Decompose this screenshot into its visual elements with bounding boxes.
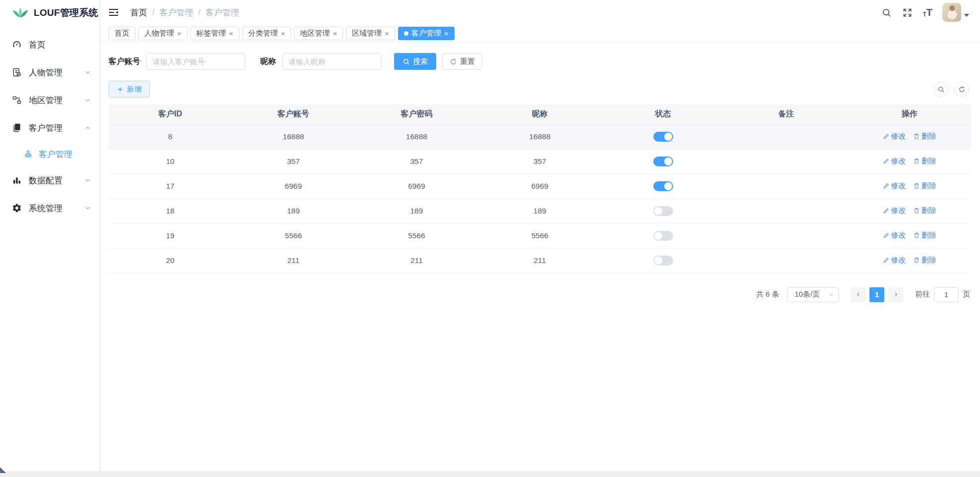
pencil-icon [883, 158, 890, 164]
nickname-input[interactable] [282, 53, 381, 70]
add-button-label: 新增 [127, 85, 142, 94]
sidebar-item-region-mgmt[interactable]: 地区管理 [0, 86, 99, 114]
chevron-down-icon [84, 177, 91, 184]
table-header-row: 客户ID 客户账号 客户密码 昵称 状态 备注 操作 [109, 105, 971, 124]
tab-region-mgmt[interactable]: 地区管理 × [294, 27, 343, 40]
tab-customer-mgmt[interactable]: 客户管理 × [398, 27, 455, 40]
breadcrumb-item: 客户管理 [160, 7, 193, 18]
col-password: 客户密码 [355, 105, 478, 124]
horizontal-scrollbar[interactable] [0, 471, 980, 477]
status-toggle[interactable] [653, 132, 673, 142]
edit-link[interactable]: 修改 [883, 231, 906, 240]
reset-button[interactable]: 重置 [442, 53, 482, 70]
status-toggle[interactable] [653, 206, 673, 216]
filter-form: 客户账号 昵称 搜索 重置 [109, 53, 971, 70]
edit-link[interactable]: 修改 [883, 256, 906, 265]
search-icon[interactable] [881, 7, 892, 18]
close-icon[interactable]: × [385, 30, 389, 37]
tab-label: 首页 [115, 29, 129, 38]
table-row[interactable]: 8 16888 16888 16888 修改 删除 [109, 124, 971, 149]
tab-category-mgmt[interactable]: 分类管理 × [242, 27, 291, 40]
delete-link[interactable]: 删除 [913, 181, 936, 191]
person-doc-icon [12, 67, 22, 77]
sidebar-collapse-icon[interactable] [108, 6, 120, 19]
cell-nickname: 16888 [478, 124, 602, 149]
tab-home[interactable]: 首页 [109, 27, 135, 40]
cell-password: 5566 [355, 223, 478, 248]
avatar[interactable] [942, 3, 961, 22]
edit-link[interactable]: 修改 [883, 206, 906, 215]
close-icon[interactable]: × [333, 30, 337, 37]
trash-icon [913, 257, 920, 264]
pagination-total: 共 6 条 [756, 290, 779, 299]
delete-link[interactable]: 删除 [913, 132, 936, 141]
breadcrumb: 首页 / 客户管理 / 客户管理 [130, 7, 239, 18]
tab-label: 人物管理 [144, 29, 174, 38]
refresh-table-button[interactable] [954, 82, 969, 97]
page-size-select[interactable]: 10条/页 [787, 287, 839, 302]
col-account: 客户账号 [232, 105, 355, 124]
fullscreen-icon[interactable] [902, 7, 913, 18]
sidebar-item-customer-mgmt[interactable]: 客户管理 [0, 114, 99, 142]
prev-page-button[interactable] [851, 287, 865, 302]
region-nodes-icon [12, 95, 22, 105]
font-size-icon[interactable]: TT [922, 7, 932, 17]
font-size-small-glyph: T [922, 11, 926, 17]
close-icon[interactable]: × [229, 30, 233, 37]
sidebar-item-home[interactable]: 首页 [0, 31, 99, 58]
user-menu[interactable] [942, 3, 969, 22]
cell-account: 357 [232, 149, 355, 174]
cell-nickname: 5566 [478, 223, 602, 248]
sidebar-item-data-config[interactable]: 数据配置 [0, 166, 99, 194]
table-row[interactable]: 18 189 189 189 修改 删除 [109, 199, 971, 223]
page-size-value: 10条/页 [795, 290, 820, 299]
account-input[interactable] [146, 53, 245, 70]
delete-link[interactable]: 删除 [913, 157, 936, 166]
table-row[interactable]: 10 357 357 357 修改 删除 [109, 149, 971, 174]
breadcrumb-home[interactable]: 首页 [130, 7, 147, 18]
tab-label: 地区管理 [300, 29, 330, 38]
close-icon[interactable]: × [281, 30, 286, 37]
close-icon[interactable]: × [444, 30, 449, 37]
table-row[interactable]: 19 5566 5566 5566 修改 删除 [109, 223, 971, 248]
tab-person-mgmt[interactable]: 人物管理 × [138, 27, 187, 40]
pencil-icon [883, 257, 890, 264]
next-page-button[interactable] [888, 287, 903, 302]
tab-label: 区域管理 [352, 29, 382, 38]
chevron-down-icon [84, 69, 91, 76]
delete-link[interactable]: 删除 [913, 231, 936, 240]
col-remark: 备注 [725, 105, 848, 124]
chevron-right-icon [893, 291, 899, 298]
edit-link[interactable]: 修改 [883, 181, 906, 191]
table-row[interactable]: 20 211 211 211 修改 删除 [109, 248, 971, 273]
sidebar-item-system-mgmt[interactable]: 系统管理 [0, 194, 99, 222]
status-toggle[interactable] [653, 231, 673, 241]
edit-link[interactable]: 修改 [883, 157, 906, 166]
toolbar-right [933, 82, 971, 97]
status-toggle[interactable] [653, 256, 673, 265]
edit-link[interactable]: 修改 [883, 132, 906, 141]
stamp-icon [24, 150, 33, 159]
status-toggle[interactable] [653, 181, 673, 191]
sidebar-item-label: 系统管理 [29, 203, 84, 214]
cell-nickname: 6969 [478, 174, 602, 199]
search-button[interactable]: 搜索 [394, 53, 436, 70]
goto-page: 前往 页 [915, 287, 970, 302]
sidebar-subitem-customer-mgmt[interactable]: 客户管理 [0, 142, 99, 166]
table-row[interactable]: 17 6969 6969 6969 修改 删除 [109, 174, 971, 199]
close-icon[interactable]: × [177, 30, 181, 37]
column-search-button[interactable] [933, 82, 948, 97]
app-logo[interactable]: LOUF管理系统 [0, 0, 99, 26]
sidebar-item-person-mgmt[interactable]: 人物管理 [0, 58, 99, 86]
gear-icon [12, 203, 22, 213]
add-button[interactable]: 新增 [109, 81, 150, 98]
goto-page-input[interactable] [934, 287, 959, 302]
status-toggle[interactable] [653, 157, 673, 166]
tab-area-mgmt[interactable]: 区域管理 × [346, 27, 395, 40]
sidebar-item-label: 地区管理 [29, 95, 84, 106]
tab-tag-mgmt[interactable]: 标签管理 × [190, 27, 239, 40]
delete-link[interactable]: 删除 [913, 206, 936, 215]
delete-link[interactable]: 删除 [913, 256, 936, 265]
col-status: 状态 [601, 105, 725, 124]
page-number-button[interactable]: 1 [869, 287, 884, 302]
